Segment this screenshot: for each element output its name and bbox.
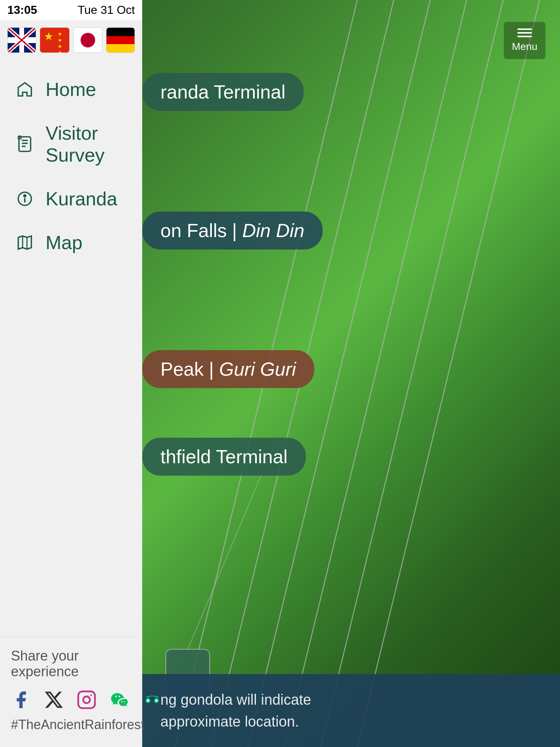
sidebar-drawer: 13:05 Tue 31 Oct ★ ★★★★ [0,0,142,747]
status-time: 13:05 [7,3,37,17]
svg-rect-19 [78,691,95,708]
svg-point-15 [24,195,26,197]
status-date: Tue 31 Oct [78,3,135,17]
svg-line-1 [211,0,394,747]
flag-uk[interactable] [7,27,36,53]
social-section: Share your experience [0,637,142,747]
social-icons-row [11,689,131,711]
sidebar-item-map[interactable]: Map [0,221,142,264]
facebook-icon[interactable] [11,689,31,711]
sidebar-item-kuranda[interactable]: Kuranda [0,177,142,221]
hamburger-line-3 [517,36,532,37]
de-stripe-black [106,28,135,36]
survey-icon [15,134,35,154]
svg-line-5 [357,0,540,747]
bottom-bar-text: ng gondola will indicate approximate loc… [160,689,311,732]
hashtag: #TheAncientRainforest [11,717,131,732]
flag-de[interactable] [106,27,135,53]
nav-menu: Home Visitor Survey [0,60,142,637]
menu-button[interactable]: Menu [504,22,545,59]
twitter-x-icon[interactable] [44,689,64,711]
svg-line-7 [188,438,277,649]
svg-point-20 [83,696,90,703]
japan-circle [81,33,95,47]
nav-label-visitor-survey: Visitor Survey [46,122,128,166]
nav-label-map: Map [46,232,82,253]
svg-point-21 [90,694,92,696]
svg-point-24 [147,699,149,702]
hamburger-line-1 [517,28,532,30]
svg-point-25 [155,699,158,702]
de-stripe-gold [106,44,135,53]
language-flags: ★ ★★★★ [0,20,142,60]
de-stripe-red [106,36,135,44]
info-icon [15,189,35,209]
hamburger-icon [517,28,532,37]
status-bar: 13:05 Tue 31 Oct [0,0,142,20]
cable-lines [139,0,560,747]
svg-line-0 [175,0,357,747]
svg-line-4 [321,0,503,747]
svg-marker-16 [18,236,31,249]
svg-line-2 [248,0,430,747]
menu-label: Menu [512,41,537,53]
nav-label-home: Home [46,78,96,100]
flag-jp[interactable] [73,27,102,53]
map-icon [15,233,35,253]
svg-line-3 [284,0,467,747]
home-icon [15,80,35,100]
bottom-info-bar: ng gondola will indicate approximate loc… [139,674,560,747]
sidebar-item-home[interactable]: Home [0,67,142,111]
instagram-icon[interactable] [77,689,97,711]
flag-cn[interactable]: ★ ★★★★ [40,27,70,53]
sidebar-item-visitor-survey[interactable]: Visitor Survey [0,111,142,177]
tripadvisor-icon[interactable] [142,689,162,711]
nav-label-kuranda: Kuranda [46,188,117,210]
hamburger-line-2 [517,32,532,34]
share-text: Share your experience [11,648,131,680]
wechat-icon[interactable] [109,689,129,711]
